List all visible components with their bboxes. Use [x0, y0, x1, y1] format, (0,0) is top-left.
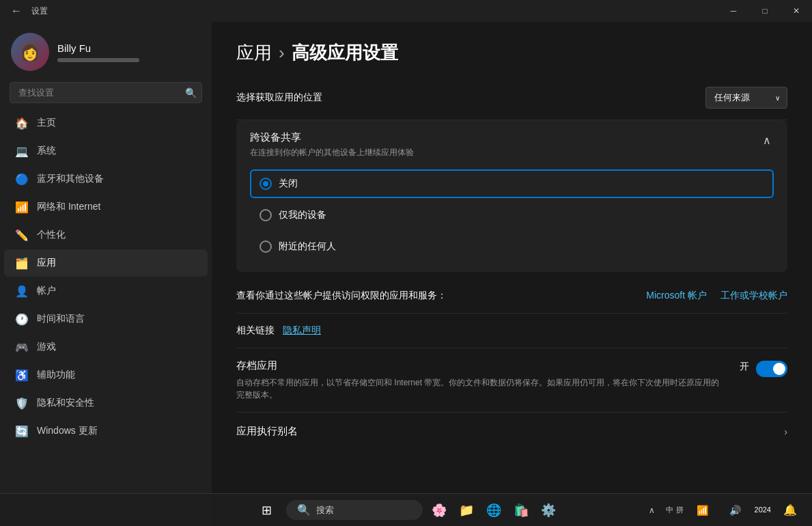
taskbar-right: ∧ 中 拼 📶 🔊 2024 🔔 — [649, 497, 804, 524]
radio-circle-my-device — [260, 209, 272, 221]
user-name: Billy Fu — [57, 42, 201, 54]
titlebar: ← 设置 ─ □ ✕ — [0, 0, 812, 22]
nav-menu: 🏠 主页 💻 系统 🔵 蓝牙和其他设备 📶 网络和 Internet ✏️ 个性… — [0, 109, 212, 445]
notifications-button[interactable]: 🔔 — [776, 497, 804, 524]
taskbar-search-text: 搜索 — [316, 504, 334, 516]
chevron-right-icon: › — [784, 426, 787, 437]
radio-circle-nearby — [260, 240, 272, 253]
taskbar: ⊞ 🔍 搜索 🌸 📁 🌐 🛍️ ⚙️ ∧ 中 拼 📶 🔊 2024 🔔 — [0, 493, 812, 526]
breadcrumb-parent: 应用 — [236, 41, 272, 65]
user-bar-decoration — [57, 58, 139, 62]
sidebar-item-gaming[interactable]: 🎮 游戏 — [4, 333, 208, 361]
taskbar-app-files[interactable]: 📁 — [456, 499, 477, 521]
sys-tray-icons: ∧ — [649, 506, 655, 515]
sidebar-item-privacy[interactable]: 🛡️ 隐私和安全性 — [4, 389, 208, 417]
taskbar-app-flowers[interactable]: 🌸 — [428, 499, 450, 521]
gaming-icon: 🎮 — [15, 340, 29, 354]
card-subtitle: 在连接到你的帐户的其他设备上继续应用体验 — [250, 147, 414, 158]
archive-apps-title: 存档应用 — [236, 359, 726, 372]
clock-year: 2024 — [755, 505, 771, 514]
lang2-label: 拼 — [676, 505, 684, 515]
bluetooth-icon: 🔵 — [15, 172, 29, 186]
accounts-icon: 👤 — [15, 284, 29, 298]
get-apps-location-row: 选择获取应用的位置 任何来源 — [236, 76, 787, 120]
sidebar-item-label: Windows 更新 — [37, 425, 98, 437]
sidebar-item-network[interactable]: 📶 网络和 Internet — [4, 193, 208, 221]
search-magnifier-icon: 🔍 — [297, 503, 311, 516]
sidebar-item-bluetooth[interactable]: 🔵 蓝牙和其他设备 — [4, 165, 208, 193]
sidebar-item-label: 网络和 Internet — [37, 201, 100, 213]
taskbar-app-settings[interactable]: ⚙️ — [537, 499, 559, 521]
sidebar-item-apps[interactable]: 🗂️ 应用 — [4, 249, 208, 277]
taskbar-app-browser[interactable]: 🌐 — [483, 499, 505, 521]
radio-option-my-device[interactable]: 仅我的设备 — [250, 201, 774, 230]
sidebar-item-system[interactable]: 💻 系统 — [4, 137, 208, 165]
related-links-row: 相关链接 隐私声明 — [236, 314, 787, 348]
minimize-button[interactable]: ─ — [718, 0, 749, 22]
sidebar-item-label: 辅助功能 — [37, 369, 75, 381]
related-links-label: 相关链接 — [236, 324, 275, 337]
close-button[interactable]: ✕ — [781, 0, 812, 22]
toggle-info: 存档应用 自动存档不常用的应用，以节省存储空间和 Internet 带宽。你的文… — [236, 359, 740, 401]
app-aliases-row[interactable]: 应用执行别名 › — [236, 413, 787, 450]
archive-apps-row: 存档应用 自动存档不常用的应用，以节省存储空间和 Internet 带宽。你的文… — [236, 348, 787, 413]
system-icon: 💻 — [15, 144, 29, 158]
sidebar-item-label: 游戏 — [37, 341, 56, 353]
collapse-button[interactable]: ∧ — [760, 131, 774, 150]
radio-group: 关闭 仅我的设备 附近的任何人 — [250, 169, 774, 261]
avatar: 👩 — [11, 33, 49, 71]
back-button[interactable]: ← — [7, 2, 26, 20]
user-info: Billy Fu — [57, 42, 201, 62]
radio-label-my-device: 仅我的设备 — [279, 209, 326, 221]
personalize-icon: ✏️ — [15, 228, 29, 242]
sidebar: 👩 Billy Fu 🔍 🏠 主页 💻 系统 🔵 蓝牙和其 — [0, 22, 212, 526]
sidebar-item-label: 隐私和安全性 — [37, 397, 94, 409]
breadcrumb-current: 高级应用设置 — [292, 41, 398, 65]
network-button[interactable]: 📶 — [689, 497, 716, 524]
taskbar-center: ⊞ 🔍 搜索 🌸 📁 🌐 🛍️ ⚙️ — [253, 497, 559, 524]
card-header-info: 跨设备共享 在连接到你的帐户的其他设备上继续应用体验 — [250, 131, 414, 158]
network-icon: 📶 — [697, 505, 708, 516]
cross-device-share-card: 跨设备共享 在连接到你的帐户的其他设备上继续应用体验 ∧ 关闭 仅我的设备 — [236, 120, 787, 272]
sidebar-item-accounts[interactable]: 👤 帐户 — [4, 277, 208, 305]
lang1-label: 中 — [666, 505, 673, 515]
radio-label-nearby: 附近的任何人 — [279, 240, 336, 253]
radio-option-nearby[interactable]: 附近的任何人 — [250, 232, 774, 261]
sidebar-item-windows-update[interactable]: 🔄 Windows 更新 — [4, 417, 208, 445]
microsoft-account-link[interactable]: Microsoft 帐户 — [646, 290, 707, 302]
work-school-account-link[interactable]: 工作或学校帐户 — [720, 290, 787, 302]
search-input[interactable] — [10, 82, 202, 103]
sidebar-item-time[interactable]: 🕐 时间和语言 — [4, 305, 208, 333]
archive-apps-desc: 自动存档不常用的应用，以节省存储空间和 Internet 带宽。你的文件和数据仍… — [236, 376, 726, 401]
sidebar-item-label: 应用 — [37, 257, 56, 269]
radio-label-off: 关闭 — [279, 178, 298, 190]
tray-chevron-icon[interactable]: ∧ — [649, 506, 655, 515]
sidebar-item-label: 帐户 — [37, 285, 56, 297]
maximize-button[interactable]: □ — [749, 0, 781, 22]
breadcrumb-separator: › — [279, 42, 285, 64]
dropdown-value: 任何来源 — [714, 92, 750, 104]
home-icon: 🏠 — [15, 116, 29, 130]
archive-apps-toggle[interactable] — [756, 361, 787, 377]
start-button[interactable]: ⊞ — [253, 497, 281, 524]
sys-tray: 中 拼 — [666, 505, 684, 515]
sidebar-item-home[interactable]: 🏠 主页 — [4, 109, 208, 137]
taskbar-search[interactable]: 🔍 搜索 — [286, 500, 423, 520]
toggle-status: 开 — [740, 361, 749, 373]
access-links: Microsoft 帐户 工作或学校帐户 — [646, 290, 787, 302]
sidebar-item-label: 时间和语言 — [37, 313, 85, 325]
taskbar-app-store[interactable]: 🛍️ — [510, 499, 532, 521]
get-apps-dropdown[interactable]: 任何来源 — [705, 87, 787, 109]
avatar-image: 👩 — [11, 33, 49, 71]
privacy-statement-link[interactable]: 隐私声明 — [283, 324, 321, 337]
speaker-button[interactable]: 🔊 — [722, 497, 749, 524]
sidebar-item-personalize[interactable]: ✏️ 个性化 — [4, 221, 208, 249]
search-box: 🔍 — [10, 82, 202, 103]
sidebar-item-accessibility[interactable]: ♿ 辅助功能 — [4, 361, 208, 389]
page-header: 应用 › 高级应用设置 — [212, 22, 812, 76]
search-icon-button[interactable]: 🔍 — [185, 87, 197, 98]
radio-option-off[interactable]: 关闭 — [250, 169, 774, 198]
radio-circle-off — [260, 178, 272, 190]
card-header[interactable]: 跨设备共享 在连接到你的帐户的其他设备上继续应用体验 ∧ — [250, 131, 774, 158]
main-content: 应用 › 高级应用设置 选择获取应用的位置 任何来源 跨设备共享 在连接到你的帐… — [212, 22, 812, 526]
